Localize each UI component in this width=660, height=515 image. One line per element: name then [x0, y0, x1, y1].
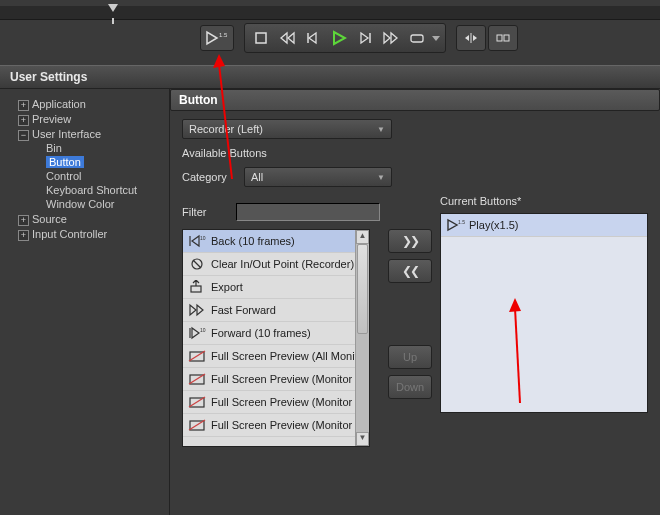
svg-text:1.5: 1.5 — [458, 219, 465, 225]
toolbar-extra-1[interactable] — [456, 25, 486, 51]
preview-icon — [187, 394, 207, 410]
back10-icon: 10 — [187, 233, 207, 249]
ff-icon — [187, 302, 207, 318]
svg-marker-20 — [192, 236, 199, 246]
play-speed-icon: 1.5 — [205, 30, 229, 46]
tree-item-control[interactable]: Control — [32, 169, 165, 183]
scroll-thumb[interactable] — [357, 244, 368, 334]
current-buttons-list[interactable]: 1.5Play(x1.5) — [440, 213, 648, 413]
list-item[interactable]: Full Screen Preview (Monitor 3) — [183, 414, 369, 437]
collapse-icon[interactable]: − — [18, 130, 29, 141]
dropdown-value: Recorder (Left) — [189, 123, 263, 135]
preview-icon — [187, 417, 207, 433]
svg-marker-9 — [361, 33, 368, 43]
add-button[interactable]: ❯❯ — [388, 229, 432, 253]
transport-controls — [244, 23, 446, 53]
tree-item-bin[interactable]: Bin — [32, 141, 165, 155]
scrollbar[interactable]: ▲ ▼ — [355, 230, 369, 446]
svg-rect-2 — [256, 33, 266, 43]
step-back-button[interactable] — [301, 26, 325, 50]
svg-marker-28 — [192, 328, 199, 338]
rewind-button[interactable] — [275, 26, 299, 50]
tree-item-preview[interactable]: +Preview — [18, 112, 165, 127]
svg-line-23 — [193, 260, 201, 268]
play-1-5x-button[interactable]: 1.5 — [200, 25, 234, 51]
list-item-label: Back (10 frames) — [211, 235, 295, 247]
svg-rect-24 — [191, 286, 201, 292]
list-item-label: Full Screen Preview (Monitor 2) — [211, 396, 365, 408]
svg-marker-16 — [473, 35, 477, 41]
fast-forward-button[interactable] — [379, 26, 403, 50]
playhead-marker[interactable] — [108, 4, 118, 12]
tree-item-button[interactable]: Button — [32, 155, 165, 169]
move-up-button[interactable]: Up — [388, 345, 432, 369]
expand-icon[interactable]: + — [18, 100, 29, 111]
expand-icon[interactable]: + — [18, 230, 29, 241]
tree-item-user-interface[interactable]: −User Interface Bin Button Control Keybo… — [18, 127, 165, 212]
list-item-label: Full Screen Preview (All Monitors) — [211, 350, 369, 362]
tree-item-window-color[interactable]: Window Color — [32, 197, 165, 211]
toolbar-extra-2[interactable] — [488, 25, 518, 51]
svg-marker-4 — [288, 33, 294, 43]
list-item-label: Full Screen Preview (Monitor 1) — [211, 373, 365, 385]
svg-rect-17 — [497, 35, 502, 41]
section-heading: Button — [170, 89, 660, 111]
category-dropdown[interactable]: All ▼ — [244, 167, 392, 187]
transport-more-dropdown[interactable] — [431, 26, 441, 50]
list-item-label: Full Screen Preview (Monitor 3) — [211, 419, 365, 431]
clear-icon — [187, 256, 207, 272]
list-item[interactable]: Full Screen Preview (Monitor 1) — [183, 368, 369, 391]
top-toolbar: 1.5 — [0, 0, 660, 65]
svg-marker-25 — [190, 305, 196, 315]
play-button[interactable] — [327, 26, 351, 50]
list-item-label: Forward (10 frames) — [211, 327, 311, 339]
step-forward-button[interactable] — [353, 26, 377, 50]
list-item[interactable]: 10Forward (10 frames) — [183, 322, 369, 345]
svg-rect-18 — [504, 35, 509, 41]
svg-marker-0 — [207, 32, 217, 44]
list-item[interactable]: Full Screen Preview (Monitor 2) — [183, 391, 369, 414]
svg-marker-7 — [334, 32, 345, 44]
panel-title: User Settings — [0, 65, 660, 89]
tree-item-source[interactable]: +Source — [18, 212, 165, 227]
list-item[interactable]: Fast Forward — [183, 299, 369, 322]
expand-icon[interactable]: + — [18, 215, 29, 226]
stop-button[interactable] — [249, 26, 273, 50]
chevron-down-icon: ▼ — [377, 125, 385, 134]
expand-icon[interactable]: + — [18, 115, 29, 126]
svg-marker-5 — [309, 33, 316, 43]
svg-text:10: 10 — [200, 235, 206, 241]
list-item[interactable]: Clear In/Out Point (Recorder) — [183, 253, 369, 276]
svg-marker-13 — [432, 36, 440, 41]
scroll-down-icon[interactable]: ▼ — [356, 432, 369, 446]
remove-button[interactable]: ❮❮ — [388, 259, 432, 283]
recorder-dropdown[interactable]: Recorder (Left) ▼ — [182, 119, 392, 139]
filter-input[interactable] — [236, 203, 380, 221]
settings-tree: +Application +Preview −User Interface Bi… — [0, 89, 170, 515]
svg-marker-10 — [384, 33, 390, 43]
svg-marker-15 — [465, 35, 469, 41]
timeline-ruler[interactable] — [0, 6, 660, 20]
tree-item-keyboard-shortcut[interactable]: Keyboard Shortcut — [32, 183, 165, 197]
chevron-down-icon: ▼ — [377, 173, 385, 182]
list-item[interactable]: 1.5Play(x1.5) — [441, 214, 647, 237]
svg-rect-12 — [411, 35, 423, 42]
list-item[interactable]: 10Back (10 frames) — [183, 230, 369, 253]
scroll-up-icon[interactable]: ▲ — [356, 230, 369, 244]
fwd10-icon: 10 — [187, 325, 207, 341]
category-label: Category — [182, 171, 236, 183]
list-item-label: Fast Forward — [211, 304, 276, 316]
move-down-button[interactable]: Down — [388, 375, 432, 399]
list-item-label: Clear In/Out Point (Recorder) — [211, 258, 354, 270]
loop-button[interactable] — [405, 26, 429, 50]
available-buttons-list[interactable]: 10Back (10 frames)Clear In/Out Point (Re… — [182, 229, 370, 447]
list-item-label: Play(x1.5) — [469, 219, 519, 231]
dropdown-value: All — [251, 171, 263, 183]
tree-item-input-controller[interactable]: +Input Controller — [18, 227, 165, 242]
tree-item-application[interactable]: +Application — [18, 97, 165, 112]
play15-icon: 1.5 — [445, 217, 465, 233]
available-buttons-label: Available Buttons — [182, 147, 267, 159]
export-icon — [187, 279, 207, 295]
list-item[interactable]: Full Screen Preview (All Monitors) — [183, 345, 369, 368]
list-item[interactable]: Export — [183, 276, 369, 299]
